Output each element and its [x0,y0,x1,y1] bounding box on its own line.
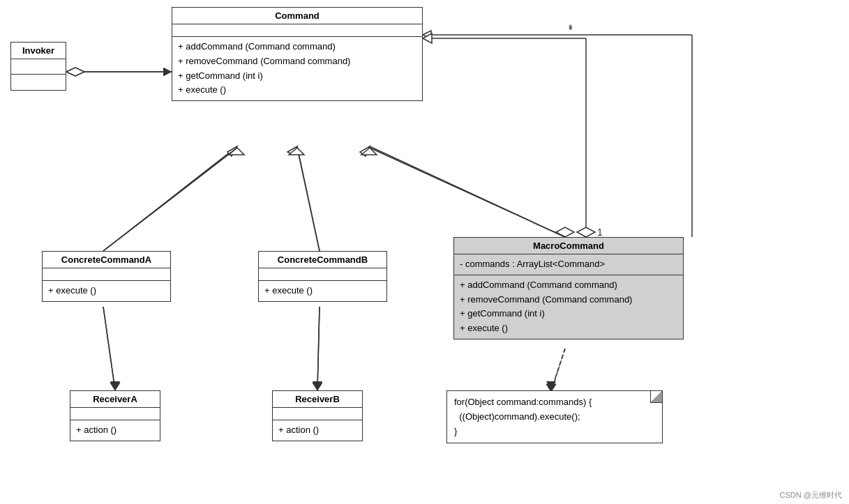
command-class: Command + addCommand (Command command) +… [172,7,423,101]
receiver-a-title: ReceiverA [70,391,160,408]
command-fields [172,24,422,37]
receiver-a-methods: + action () [70,420,160,441]
svg-line-9 [297,146,320,251]
svg-line-17 [551,349,565,390]
macro-command-title: MacroCommand [454,238,683,254]
concrete-command-a-fields [43,268,170,281]
watermark: CSDN @元维时代 [780,490,842,501]
star-label: * [569,22,573,33]
svg-line-24 [370,148,565,237]
svg-line-30 [551,349,565,392]
receiver-a-fields [70,408,160,420]
concrete-command-a-title: ConcreteCommandA [43,252,170,268]
svg-marker-29 [313,383,322,390]
command-method-3: + getCommand (int i) [178,69,416,84]
svg-marker-1 [66,68,84,76]
macro-command-method-1: + addCommand (Command command) [460,278,677,293]
receiver-b-methods: + action () [273,420,362,441]
svg-marker-6 [556,227,574,237]
macro-command-method-2: + removeCommand (Command command) [460,293,677,307]
concrete-command-a-class: ConcreteCommandA + execute () [42,251,171,302]
svg-text:1: 1 [597,227,603,238]
svg-marker-18 [546,381,556,390]
svg-marker-10 [287,146,297,155]
note-box: for(Object command:commands) { ((Object)… [446,390,663,443]
concrete-command-a-methods: + execute () [43,281,170,301]
macro-command-fields: - commands : ArrayList<Command> [454,254,683,275]
macro-command-class: MacroCommand - commands : ArrayList<Comm… [453,237,684,339]
concrete-command-b-method-1: + execute () [264,284,381,298]
concrete-command-a-method-1: + execute () [48,284,165,298]
receiver-b-fields [273,408,362,420]
invoker-class: Invoker [10,42,66,91]
svg-marker-23 [289,148,304,155]
receiver-a-class: ReceiverA + action () [70,390,160,441]
svg-marker-21 [229,148,244,155]
svg-marker-14 [110,381,120,390]
svg-text:*: * [569,24,573,36]
svg-line-19 [103,148,237,251]
macro-command-field-1: - commands : ArrayList<Command> [460,257,677,272]
svg-line-20 [103,148,237,251]
svg-marker-12 [360,146,370,156]
command-title: Command [172,8,422,24]
concrete-command-b-methods: + execute () [259,281,386,301]
svg-line-13 [103,307,115,390]
svg-line-22 [297,148,320,251]
command-method-2: + removeCommand (Command command) [178,54,416,69]
svg-line-7 [103,146,237,251]
invoker-fields [11,59,66,75]
note-line-3: } [454,425,655,439]
receiver-a-method-1: + action () [76,423,154,438]
macro-command-method-3: + getCommand (int i) [460,307,677,321]
svg-line-28 [317,307,320,390]
svg-marker-25 [361,148,377,155]
svg-marker-16 [313,381,322,390]
command-method-1: + addCommand (Command command) [178,40,416,54]
svg-marker-37 [423,33,432,43]
diagram-container: * 1 * 1 [0,0,849,504]
svg-line-26 [103,307,115,390]
receiver-b-class: ReceiverB + action () [272,390,363,441]
svg-marker-38 [577,227,595,237]
svg-marker-34 [66,68,84,76]
invoker-title: Invoker [11,43,66,59]
svg-line-11 [370,146,565,237]
command-methods: + addCommand (Command command) + removeC… [172,37,422,100]
one-label: 1 [583,227,588,238]
note-line-2: ((Object)command).execute(); [454,410,655,425]
svg-line-15 [317,307,320,390]
note-line-1: for(Object command:commands) { [454,395,655,410]
macro-command-method-4: + execute () [460,321,677,336]
svg-marker-8 [227,146,237,156]
concrete-command-b-class: ConcreteCommandB + execute () [258,251,387,302]
macro-command-methods: + addCommand (Command command) + removeC… [454,275,683,339]
concrete-command-b-title: ConcreteCommandB [259,252,386,268]
invoker-methods [11,75,66,90]
svg-marker-2 [163,68,172,76]
svg-marker-27 [110,383,120,390]
svg-marker-5 [423,31,431,39]
svg-marker-33 [164,68,172,76]
receiver-b-method-1: + action () [278,423,356,438]
command-method-4: + execute () [178,83,416,98]
receiver-b-title: ReceiverB [273,391,362,408]
concrete-command-b-fields [259,268,386,281]
